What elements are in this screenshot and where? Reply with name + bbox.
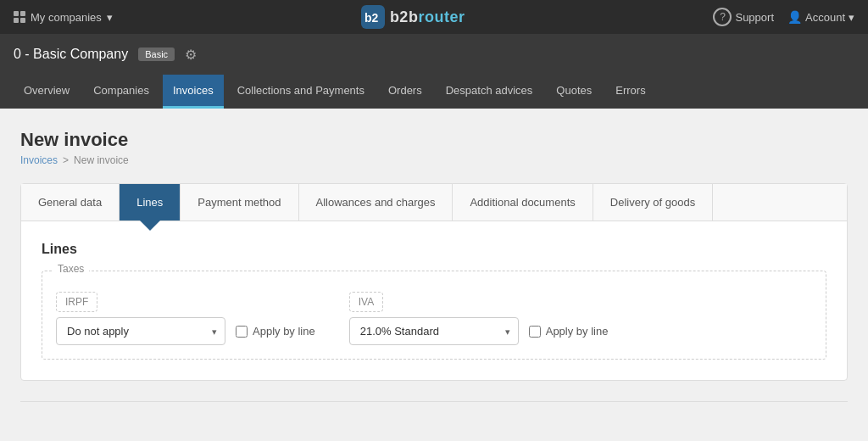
company-name: 0 - Basic Company	[14, 47, 128, 62]
breadcrumb-separator: >	[63, 154, 69, 166]
logo-b2b: b2b	[390, 8, 419, 25]
irpf-apply-label: Apply by line	[253, 325, 315, 338]
tax-groups: IRPF Do not apply 1% 2% 7% 15% 19%	[56, 292, 812, 345]
tab-payment-method[interactable]: Payment method	[181, 184, 298, 220]
taxes-section: Taxes IRPF Do not apply 1% 2% 7%	[42, 271, 826, 360]
person-icon: 👤	[787, 10, 802, 24]
iva-apply-label: Apply by line	[546, 325, 609, 338]
logo: b2 b2brouter	[361, 5, 465, 29]
secondary-nav: Overview Companies Invoices Collections …	[0, 75, 868, 109]
account-menu[interactable]: 👤 Account ▾	[787, 10, 854, 24]
nav-item-companies[interactable]: Companies	[83, 75, 159, 109]
logo-icon: b2	[361, 5, 385, 29]
nav-item-quotes[interactable]: Quotes	[546, 75, 602, 109]
nav-item-overview[interactable]: Overview	[14, 75, 80, 109]
iva-select[interactable]: 21.0% Standard 10.0% Reduced 4.0% Super-…	[349, 317, 519, 345]
page-content: New invoice Invoices > New invoice Gener…	[0, 109, 868, 422]
my-companies-menu[interactable]: My companies ▾	[14, 11, 113, 24]
nav-item-despatch[interactable]: Despatch advices	[436, 75, 543, 109]
page-title: New invoice	[20, 129, 848, 151]
my-companies-label: My companies	[31, 11, 102, 24]
irpf-label: IRPF	[56, 292, 97, 312]
breadcrumb-current: New invoice	[74, 154, 129, 166]
company-bar: 0 - Basic Company Basic ⚙	[0, 34, 868, 75]
iva-row: 21.0% Standard 10.0% Reduced 4.0% Super-…	[349, 317, 609, 345]
account-chevron-icon: ▾	[849, 11, 854, 24]
logo-router: router	[418, 8, 465, 25]
tab-general-data[interactable]: General data	[21, 184, 120, 220]
irpf-select-wrapper: Do not apply 1% 2% 7% 15% 19% ▾	[56, 317, 225, 345]
nav-item-invoices[interactable]: Invoices	[163, 75, 224, 109]
logo-text: b2brouter	[390, 8, 465, 26]
tab-card: General data Lines Payment method Allowa…	[20, 183, 848, 381]
iva-group: IVA 21.0% Standard 10.0% Reduced 4.0% Su…	[349, 292, 609, 345]
top-nav-right: ? Support 👤 Account ▾	[713, 8, 854, 26]
irpf-apply-checkbox[interactable]	[236, 326, 248, 338]
tab-header: General data Lines Payment method Allowa…	[21, 184, 847, 221]
tab-delivery[interactable]: Delivery of goods	[593, 184, 713, 220]
irpf-apply-by-line[interactable]: Apply by line	[236, 325, 315, 338]
irpf-group: IRPF Do not apply 1% 2% 7% 15% 19%	[56, 292, 315, 345]
support-label: Support	[735, 11, 774, 24]
irpf-row: Do not apply 1% 2% 7% 15% 19% ▾	[56, 317, 315, 345]
account-label: Account	[805, 11, 845, 24]
company-badge: Basic	[138, 47, 175, 61]
top-navbar: My companies ▾ b2 b2brouter ? Support 👤 …	[0, 0, 868, 34]
gear-icon[interactable]: ⚙	[185, 47, 197, 63]
chevron-down-icon: ▾	[107, 11, 113, 24]
tab-lines[interactable]: Lines	[120, 184, 181, 220]
breadcrumb: Invoices > New invoice	[20, 154, 848, 166]
nav-item-orders[interactable]: Orders	[378, 75, 432, 109]
tab-additional-docs[interactable]: Additional documents	[453, 184, 593, 220]
support-icon: ?	[713, 8, 732, 26]
lines-section-title: Lines	[42, 242, 826, 257]
iva-label: IVA	[349, 292, 383, 312]
tab-content-lines: Lines Taxes IRPF Do not apply 1% 2%	[21, 221, 847, 380]
iva-apply-by-line[interactable]: Apply by line	[529, 325, 609, 338]
nav-item-errors[interactable]: Errors	[605, 75, 655, 109]
taxes-label: Taxes	[53, 263, 89, 275]
nav-item-collections[interactable]: Collections and Payments	[227, 75, 375, 109]
irpf-select[interactable]: Do not apply 1% 2% 7% 15% 19%	[56, 317, 225, 345]
grid-icon	[14, 11, 25, 23]
iva-apply-checkbox[interactable]	[529, 326, 541, 338]
iva-select-wrapper: 21.0% Standard 10.0% Reduced 4.0% Super-…	[349, 317, 519, 345]
breadcrumb-root[interactable]: Invoices	[20, 154, 58, 166]
support-link[interactable]: ? Support	[713, 8, 774, 26]
tab-allowances[interactable]: Allowances and charges	[299, 184, 453, 220]
svg-text:b2: b2	[364, 11, 379, 25]
page-divider	[20, 401, 848, 402]
